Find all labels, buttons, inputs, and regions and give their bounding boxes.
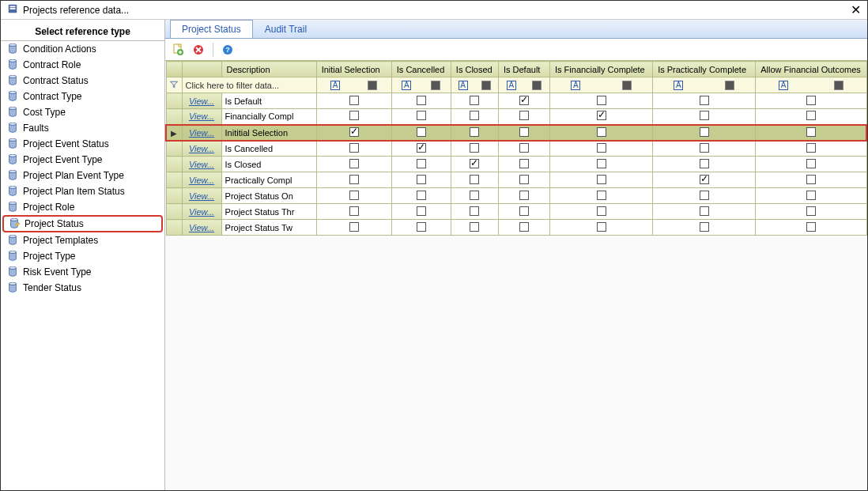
cell-is-cancelled[interactable] <box>391 220 451 236</box>
filter-allow-financial-outcomes[interactable]: A <box>756 77 866 93</box>
checkbox[interactable] <box>470 159 479 168</box>
checkbox[interactable] <box>519 191 529 200</box>
checkbox[interactable] <box>470 222 479 232</box>
checkbox[interactable] <box>597 206 606 216</box>
cell-is-closed[interactable] <box>451 93 498 109</box>
filter-is-closed[interactable]: A <box>451 77 498 93</box>
cell-is-financially-complete[interactable] <box>549 157 652 172</box>
checkbox[interactable] <box>349 222 359 232</box>
cell-is-practically-complete[interactable] <box>653 93 756 109</box>
cell-is-cancelled[interactable] <box>391 204 451 220</box>
sidebar-item-project-plan-item-status[interactable]: Project Plan Item Status <box>1 183 164 199</box>
table-row[interactable]: View...Is Default <box>166 93 866 109</box>
cell-is-practically-complete[interactable] <box>653 204 756 220</box>
cell-is-closed[interactable] <box>451 157 498 172</box>
cell-is-financially-complete[interactable] <box>549 93 652 109</box>
filter-is-financially-complete[interactable]: A <box>549 77 652 93</box>
cell-initial-selection[interactable] <box>316 204 391 220</box>
checkbox[interactable] <box>597 127 606 137</box>
cell-description[interactable]: Is Closed <box>221 157 316 172</box>
sidebar-item-project-status[interactable]: Project Status <box>2 215 163 232</box>
col-initial-selection[interactable]: Initial Selection <box>316 62 391 77</box>
cell-is-practically-complete[interactable] <box>653 125 756 141</box>
cell-is-default[interactable] <box>498 172 549 188</box>
checkbox[interactable] <box>470 191 479 200</box>
checkbox[interactable] <box>806 175 816 184</box>
checkbox[interactable] <box>597 96 606 105</box>
view-link[interactable]: View... <box>182 157 221 172</box>
view-link[interactable]: View... <box>182 220 221 236</box>
cell-allow-financial-outcomes[interactable] <box>756 188 866 204</box>
view-link[interactable]: View... <box>182 141 221 157</box>
cell-initial-selection[interactable] <box>316 109 391 125</box>
cell-is-financially-complete[interactable] <box>549 109 652 125</box>
checkbox[interactable] <box>597 191 606 200</box>
cell-is-closed[interactable] <box>451 109 498 125</box>
cell-is-cancelled[interactable] <box>391 172 451 188</box>
sidebar-item-risk-event-type[interactable]: Risk Event Type <box>1 264 164 280</box>
col-is-practically-complete[interactable]: Is Practically Complete <box>653 62 756 77</box>
checkbox[interactable] <box>806 159 816 168</box>
col-is-default[interactable]: Is Default <box>498 62 549 77</box>
checkbox[interactable] <box>349 175 359 184</box>
col-is-financially-complete[interactable]: Is Financially Complete <box>549 62 652 77</box>
checkbox[interactable] <box>470 96 479 105</box>
cell-description[interactable]: Project Status On <box>221 188 316 204</box>
cell-is-financially-complete[interactable] <box>549 204 652 220</box>
col-is-closed[interactable]: Is Closed <box>451 62 498 77</box>
cell-is-default[interactable] <box>498 157 549 172</box>
checkbox[interactable] <box>519 222 529 232</box>
checkbox[interactable] <box>700 143 709 153</box>
cell-description[interactable]: Is Cancelled <box>221 141 316 157</box>
checkbox[interactable] <box>349 127 359 137</box>
checkbox[interactable] <box>470 175 479 184</box>
cell-allow-financial-outcomes[interactable] <box>756 93 866 109</box>
checkbox[interactable] <box>700 96 709 105</box>
cell-allow-financial-outcomes[interactable] <box>756 220 866 236</box>
data-grid[interactable]: Description Initial Selection Is Cancell… <box>165 61 867 490</box>
cell-is-practically-complete[interactable] <box>653 157 756 172</box>
cell-is-default[interactable] <box>498 109 549 125</box>
checkbox[interactable] <box>700 222 709 232</box>
cell-is-cancelled[interactable] <box>391 93 451 109</box>
col-description[interactable]: Description <box>221 62 316 77</box>
checkbox[interactable] <box>519 175 529 184</box>
cell-is-financially-complete[interactable] <box>549 125 652 141</box>
checkbox[interactable] <box>349 111 359 120</box>
table-row[interactable]: View...Project Status On <box>166 188 866 204</box>
checkbox[interactable] <box>519 159 529 168</box>
cell-allow-financial-outcomes[interactable] <box>756 125 866 141</box>
cell-initial-selection[interactable] <box>316 125 391 141</box>
checkbox[interactable] <box>519 143 529 153</box>
cell-initial-selection[interactable] <box>316 141 391 157</box>
cell-is-closed[interactable] <box>451 204 498 220</box>
checkbox[interactable] <box>417 111 426 120</box>
cell-is-cancelled[interactable] <box>391 141 451 157</box>
checkbox[interactable] <box>806 111 816 120</box>
col-allow-financial-outcomes[interactable]: Allow Financial Outcomes <box>756 62 866 77</box>
cell-is-practically-complete[interactable] <box>653 172 756 188</box>
checkbox[interactable] <box>597 111 606 120</box>
cell-is-practically-complete[interactable] <box>653 188 756 204</box>
checkbox[interactable] <box>417 206 426 216</box>
row-selector[interactable] <box>166 109 182 125</box>
checkbox[interactable] <box>597 222 606 232</box>
cell-allow-financial-outcomes[interactable] <box>756 157 866 172</box>
checkbox[interactable] <box>519 127 529 137</box>
checkbox[interactable] <box>700 206 709 216</box>
checkbox[interactable] <box>470 127 479 137</box>
cell-description[interactable]: Project Status Thr <box>221 204 316 220</box>
checkbox[interactable] <box>417 191 426 200</box>
checkbox[interactable] <box>470 143 479 153</box>
filter-is-cancelled[interactable]: A <box>391 77 451 93</box>
sidebar-item-tender-status[interactable]: Tender Status <box>1 280 164 296</box>
checkbox[interactable] <box>700 159 709 168</box>
cell-initial-selection[interactable] <box>316 172 391 188</box>
cell-is-financially-complete[interactable] <box>549 141 652 157</box>
cell-initial-selection[interactable] <box>316 93 391 109</box>
cell-is-cancelled[interactable] <box>391 188 451 204</box>
sidebar-item-cost-type[interactable]: Cost Type <box>1 104 164 120</box>
checkbox[interactable] <box>349 96 359 105</box>
help-icon[interactable]: ? <box>221 43 234 56</box>
checkbox[interactable] <box>519 206 529 216</box>
